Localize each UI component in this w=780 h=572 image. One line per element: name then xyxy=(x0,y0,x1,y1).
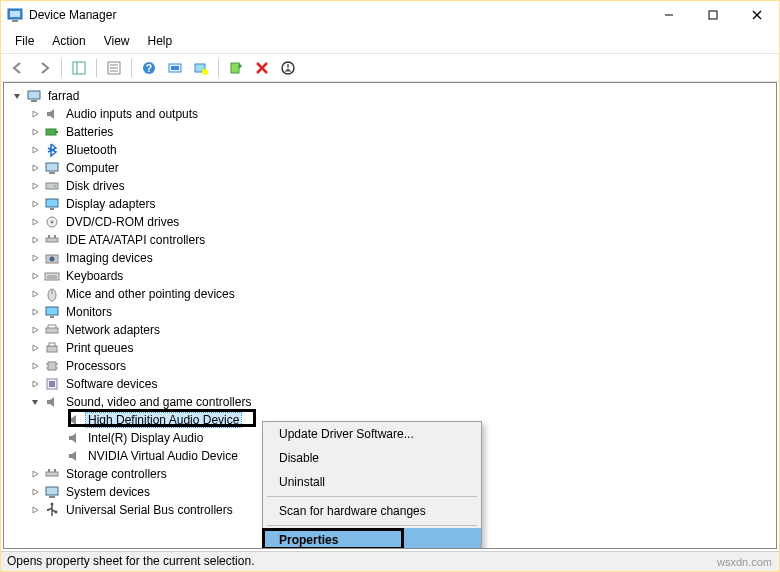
tree-item-ide-ata-atapi-controllers[interactable]: IDE ATA/ATAPI controllers xyxy=(6,231,774,249)
forward-button[interactable] xyxy=(33,57,55,79)
expand-icon[interactable] xyxy=(28,233,42,247)
category-icon xyxy=(44,286,60,302)
menu-action[interactable]: Action xyxy=(44,31,93,51)
svg-rect-61 xyxy=(49,496,55,498)
svg-rect-27 xyxy=(46,163,58,171)
svg-rect-4 xyxy=(709,11,717,19)
tree-item-keyboards[interactable]: Keyboards xyxy=(6,267,774,285)
tree-item-label: NVIDIA Virtual Audio Device xyxy=(86,449,240,463)
expand-icon[interactable] xyxy=(28,107,42,121)
expand-icon[interactable] xyxy=(28,197,42,211)
tree-item-label: Keyboards xyxy=(64,269,125,283)
category-icon xyxy=(44,502,60,518)
category-icon xyxy=(44,196,60,212)
expand-icon[interactable] xyxy=(28,143,42,157)
tree-item-processors[interactable]: Processors xyxy=(6,357,774,375)
enable-button[interactable] xyxy=(225,57,247,79)
svg-rect-32 xyxy=(50,208,54,210)
expand-icon[interactable] xyxy=(28,485,42,499)
svg-point-39 xyxy=(50,257,55,262)
svg-point-64 xyxy=(55,511,58,514)
expand-icon[interactable] xyxy=(28,341,42,355)
tree-item-label: Audio inputs and outputs xyxy=(64,107,200,121)
expand-icon[interactable] xyxy=(28,503,42,517)
properties-button[interactable] xyxy=(103,57,125,79)
svg-rect-46 xyxy=(50,316,54,318)
close-button[interactable] xyxy=(735,1,779,29)
statusbar: Opens property sheet for the current sel… xyxy=(1,551,779,571)
tree-item-print-queues[interactable]: Print queues xyxy=(6,339,774,357)
svg-rect-26 xyxy=(56,131,58,133)
tree-item-bluetooth[interactable]: Bluetooth xyxy=(6,141,774,159)
tree-item-label: Software devices xyxy=(64,377,159,391)
category-icon xyxy=(44,142,60,158)
expand-icon[interactable] xyxy=(28,305,42,319)
expand-icon[interactable] xyxy=(28,359,42,373)
expand-icon[interactable] xyxy=(28,161,42,175)
menu-help[interactable]: Help xyxy=(140,31,181,51)
context-update-driver[interactable]: Update Driver Software... xyxy=(263,422,481,446)
collapse-icon[interactable] xyxy=(10,89,24,103)
minimize-button[interactable] xyxy=(647,1,691,29)
svg-rect-35 xyxy=(46,238,58,242)
svg-point-18 xyxy=(202,69,208,75)
expand-icon[interactable] xyxy=(28,179,42,193)
context-disable[interactable]: Disable xyxy=(263,446,481,470)
tree-item-network-adapters[interactable]: Network adapters xyxy=(6,321,774,339)
svg-point-30 xyxy=(54,185,56,187)
tree-item-software-devices[interactable]: Software devices xyxy=(6,375,774,393)
scan-hardware-button[interactable] xyxy=(164,57,186,79)
tree-item-dvd-cd-rom-drives[interactable]: DVD/CD-ROM drives xyxy=(6,213,774,231)
category-icon xyxy=(44,394,60,410)
update-driver-button[interactable] xyxy=(190,57,212,79)
device-tree[interactable]: farrad Audio inputs and outputs Batterie… xyxy=(3,82,777,549)
svg-rect-36 xyxy=(48,235,50,238)
tree-item-batteries[interactable]: Batteries xyxy=(6,123,774,141)
tree-item-disk-drives[interactable]: Disk drives xyxy=(6,177,774,195)
expand-icon[interactable] xyxy=(28,395,42,409)
context-scan[interactable]: Scan for hardware changes xyxy=(263,499,481,523)
category-icon xyxy=(44,178,60,194)
menu-view[interactable]: View xyxy=(96,31,138,51)
speaker-icon xyxy=(66,412,82,428)
context-properties[interactable]: Properties xyxy=(263,528,481,549)
svg-rect-2 xyxy=(12,20,18,22)
show-hide-tree-button[interactable] xyxy=(68,57,90,79)
tree-root[interactable]: farrad xyxy=(6,87,774,105)
uninstall-button[interactable] xyxy=(251,57,273,79)
expand-icon[interactable] xyxy=(28,467,42,481)
svg-rect-50 xyxy=(48,362,56,370)
back-button[interactable] xyxy=(7,57,29,79)
expand-icon[interactable] xyxy=(28,377,42,391)
tree-item-label: Bluetooth xyxy=(64,143,119,157)
menu-file[interactable]: File xyxy=(7,31,42,51)
tree-item-audio-inputs-and-outputs[interactable]: Audio inputs and outputs xyxy=(6,105,774,123)
svg-rect-57 xyxy=(46,472,58,476)
expand-icon xyxy=(50,449,64,463)
expand-icon[interactable] xyxy=(28,125,42,139)
expand-icon[interactable] xyxy=(28,269,42,283)
tree-item-label: Disk drives xyxy=(64,179,127,193)
statusbar-text: Opens property sheet for the current sel… xyxy=(7,554,254,568)
tree-item-computer[interactable]: Computer xyxy=(6,159,774,177)
tree-item-mice-and-other-pointing-devices[interactable]: Mice and other pointing devices xyxy=(6,285,774,303)
svg-rect-16 xyxy=(171,66,179,70)
maximize-button[interactable] xyxy=(691,1,735,29)
context-uninstall[interactable]: Uninstall xyxy=(263,470,481,494)
expand-icon xyxy=(50,431,64,445)
expand-icon[interactable] xyxy=(28,287,42,301)
tree-item-monitors[interactable]: Monitors xyxy=(6,303,774,321)
disable-button[interactable] xyxy=(277,57,299,79)
help-button[interactable]: ? xyxy=(138,57,160,79)
svg-rect-29 xyxy=(46,183,58,189)
svg-rect-19 xyxy=(231,63,239,73)
expand-icon[interactable] xyxy=(28,251,42,265)
expand-icon[interactable] xyxy=(28,323,42,337)
category-icon xyxy=(44,304,60,320)
context-menu: Update Driver Software... Disable Uninst… xyxy=(262,421,482,549)
svg-rect-63 xyxy=(47,509,49,511)
tree-item-imaging-devices[interactable]: Imaging devices xyxy=(6,249,774,267)
tree-item-sound-video-and-game-controllers[interactable]: Sound, video and game controllers xyxy=(6,393,774,411)
expand-icon[interactable] xyxy=(28,215,42,229)
tree-item-display-adapters[interactable]: Display adapters xyxy=(6,195,774,213)
